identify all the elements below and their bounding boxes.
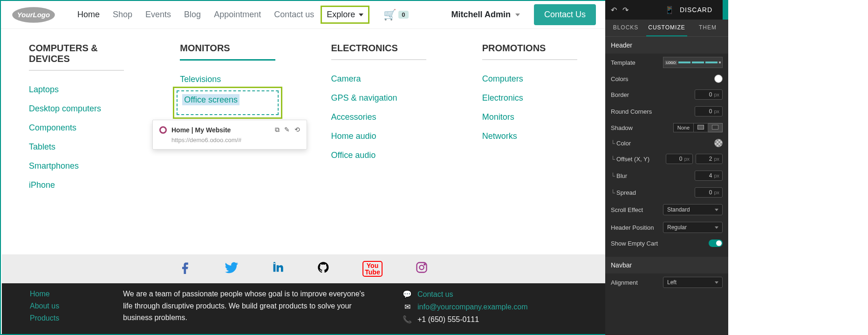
prop-shadow-label: Shadow <box>611 124 673 131</box>
shadow-inset-button[interactable] <box>708 123 723 132</box>
mega-link-home-audio[interactable]: Home audio <box>331 127 426 146</box>
mega-link-promo-monitors[interactable]: Monitors <box>482 108 577 127</box>
tab-customize[interactable]: CUSTOMIZE <box>646 20 687 36</box>
mega-link-iphone[interactable]: iPhone <box>29 176 124 195</box>
editing-selection[interactable]: Office screens <box>177 90 278 115</box>
mega-link-smartphones[interactable]: Smartphones <box>29 157 124 176</box>
footer-email[interactable]: info@yourcompany.example.com <box>417 303 528 311</box>
mega-col-promotions: PROMOTIONS Computers Electronics Monitor… <box>482 43 577 195</box>
tab-blocks[interactable]: BLOCKS <box>605 20 646 36</box>
mega-col-title: PROMOTIONS <box>482 43 577 60</box>
site-favicon-icon <box>159 126 167 134</box>
border-input[interactable]: 0px <box>695 89 723 100</box>
mobile-preview-icon[interactable]: 📱 <box>665 6 674 14</box>
shadow-none-button[interactable]: None <box>673 123 694 132</box>
nav-blog[interactable]: Blog <box>178 5 207 24</box>
mega-link-components[interactable]: Components <box>29 118 124 137</box>
edit-link-icon[interactable]: ✎ <box>284 126 290 134</box>
shadow-color-picker[interactable] <box>714 139 723 147</box>
github-icon[interactable] <box>317 261 330 277</box>
shadow-outset-button[interactable] <box>694 123 708 132</box>
link-edit-popover: Home | My Website ⧉ ✎ ⟲ https://demo6.od… <box>152 120 307 150</box>
prop-colors-label: Colors <box>611 75 714 82</box>
mega-col-title: MONITORS <box>180 43 275 61</box>
editor-toolbar: ↶ ↷ 📱 DISCARD <box>605 0 728 20</box>
mega-col-title: ELECTRONICS <box>331 43 426 60</box>
linkedin-icon[interactable] <box>271 261 284 277</box>
header-position-select[interactable]: Regular <box>663 222 723 233</box>
twitter-icon[interactable] <box>225 260 239 278</box>
mega-link-office-screens[interactable]: Office screens <box>182 94 239 105</box>
mega-col-monitors: MONITORS Televisions Office screens <box>180 43 275 195</box>
prop-template-label: Template <box>611 59 663 66</box>
mega-link-laptops[interactable]: Laptops <box>29 80 124 99</box>
prop-spread-label: Spread <box>611 189 695 196</box>
footer-contact-link[interactable]: Contact us <box>417 290 453 299</box>
save-button-edge[interactable] <box>723 0 728 20</box>
website-preview: YourLogo Home Shop Events Blog Appointme… <box>0 0 605 335</box>
offset-y-input[interactable]: 2px <box>696 154 723 164</box>
cart-button[interactable]: 🛒 0 <box>383 9 408 21</box>
nav-contact[interactable]: Contact us <box>267 5 321 24</box>
prop-shadow-color-label: Color <box>611 140 714 147</box>
mega-link-desktop[interactable]: Desktop computers <box>29 99 124 118</box>
footer-link-about[interactable]: About us <box>30 300 123 312</box>
nav-events[interactable]: Events <box>139 5 178 24</box>
spread-input[interactable]: 0px <box>695 187 723 198</box>
social-icons-strip: YouTube <box>2 254 605 283</box>
footer-link-products[interactable]: Products <box>30 312 123 324</box>
instagram-icon[interactable] <box>415 261 428 277</box>
mega-link-promo-networks[interactable]: Networks <box>482 127 577 146</box>
mega-link-televisions[interactable]: Televisions <box>180 70 275 89</box>
scroll-effect-select[interactable]: Standard <box>663 204 723 215</box>
prop-round-corners-label: Round Corners <box>611 108 695 115</box>
selected-link-highlight: Office screens <box>173 87 282 119</box>
footer-link-home[interactable]: Home <box>30 288 123 300</box>
shadow-mode-group: None <box>673 123 723 132</box>
redo-icon[interactable]: ↷ <box>622 6 629 14</box>
footer-connect: 💬 Contact us ✉ info@yourcompany.example.… <box>403 288 528 329</box>
envelope-icon: ✉ <box>403 302 412 311</box>
nav-explore-dropdown[interactable]: Explore <box>321 6 369 24</box>
site-footer: Home About us Products We are a team of … <box>2 283 605 334</box>
mega-link-office-audio[interactable]: Office audio <box>331 146 426 165</box>
mega-link-accessories[interactable]: Accessories <box>331 108 426 127</box>
prop-offset-label: Offset (X, Y) <box>611 156 666 163</box>
blur-input[interactable]: 4px <box>695 171 723 181</box>
nav-appointment[interactable]: Appointment <box>207 5 267 24</box>
nav-home[interactable]: Home <box>71 5 106 24</box>
prop-scroll-effect-label: Scroll Effect <box>611 206 663 213</box>
youtube-icon[interactable]: YouTube <box>362 261 382 277</box>
mega-link-gps[interactable]: GPS & navigation <box>331 89 426 108</box>
website-editor-panel: ↶ ↷ 📱 DISCARD BLOCKS CUSTOMIZE THEM Head… <box>605 0 728 335</box>
cart-icon: 🛒 <box>383 9 396 21</box>
template-selector[interactable]: LOGO <box>663 57 723 68</box>
mega-link-promo-computers[interactable]: Computers <box>482 69 577 89</box>
mega-menu: COMPUTERS & DEVICES Laptops Desktop comp… <box>1 29 605 209</box>
undo-icon[interactable]: ↶ <box>611 6 617 14</box>
user-menu[interactable]: Mitchell Admin <box>451 10 520 20</box>
phone-icon: 📞 <box>403 315 412 324</box>
template-logo-chip: LOGO <box>665 61 677 65</box>
color-picker[interactable] <box>714 75 723 83</box>
round-corners-input[interactable]: 0px <box>695 106 723 116</box>
alignment-select[interactable]: Left <box>663 277 723 288</box>
tab-theme[interactable]: THEM <box>687 20 728 36</box>
site-logo[interactable]: YourLogo <box>10 6 57 24</box>
offset-x-input[interactable]: 0px <box>666 154 693 164</box>
facebook-icon[interactable] <box>179 261 192 277</box>
contact-us-button[interactable]: Contact Us <box>534 4 596 25</box>
mega-link-promo-electronics[interactable]: Electronics <box>482 89 577 108</box>
mega-link-tablets[interactable]: Tablets <box>29 137 124 157</box>
section-header: Header <box>605 37 728 54</box>
show-empty-cart-toggle[interactable] <box>709 239 723 247</box>
mega-col-electronics: ELECTRONICS Camera GPS & navigation Acce… <box>331 43 426 195</box>
mega-link-camera[interactable]: Camera <box>331 69 426 89</box>
footer-phone: +1 (650) 555-0111 <box>417 315 479 324</box>
nav-shop[interactable]: Shop <box>106 5 139 24</box>
discard-button[interactable]: DISCARD <box>680 6 712 14</box>
chat-icon: 💬 <box>403 290 412 299</box>
unlink-icon[interactable]: ⟲ <box>294 126 300 134</box>
mega-col-computers: COMPUTERS & DEVICES Laptops Desktop comp… <box>29 43 124 195</box>
copy-link-icon[interactable]: ⧉ <box>275 126 280 134</box>
